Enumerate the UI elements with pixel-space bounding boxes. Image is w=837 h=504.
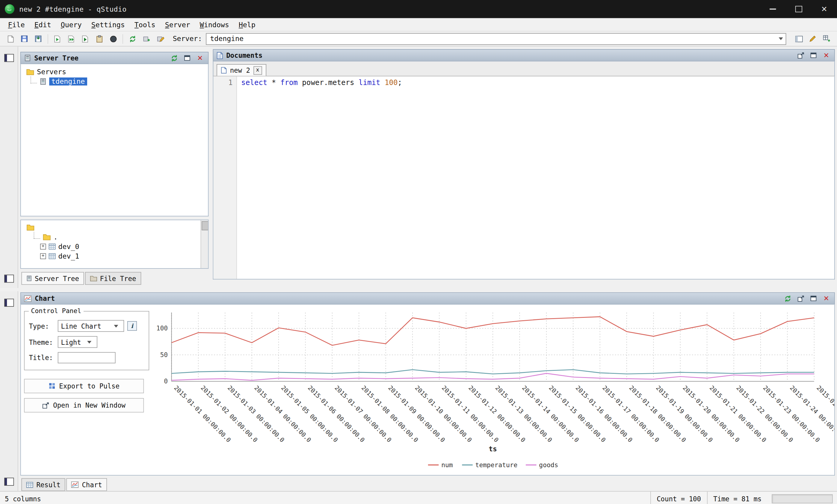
scrollbar-thumb[interactable] — [202, 221, 209, 230]
tab-file-tree[interactable]: File Tree — [85, 272, 141, 285]
sql-editor[interactable]: 1 select * from power.meters limit 100; — [213, 76, 835, 279]
maximize-panel-button[interactable] — [808, 51, 818, 60]
tree-scrollbar[interactable] — [200, 220, 208, 268]
svg-text:2015-01-06 00:00:00.0: 2015-01-06 00:00:00.0 — [306, 384, 366, 444]
close-panel-button[interactable]: ✕ — [195, 53, 205, 63]
svg-text:100: 100 — [156, 324, 168, 332]
new-document-button[interactable] — [4, 33, 17, 44]
sql-text: * — [267, 78, 280, 87]
code-line[interactable]: select * from power.meters limit 100; — [237, 76, 402, 279]
refresh-panel-button[interactable] — [170, 53, 179, 63]
svg-text:2015-01-16 00:00:00.0: 2015-01-16 00:00:00.0 — [574, 384, 634, 444]
info-icon[interactable]: i — [127, 321, 137, 331]
execute-line-button[interactable] — [51, 33, 65, 44]
tab-new-2[interactable]: new 2 x — [217, 64, 266, 76]
maximize-icon — [795, 6, 802, 12]
svg-text:2015-01-03 00:00:00.0: 2015-01-03 00:00:00.0 — [226, 384, 286, 444]
popout-panel-button[interactable] — [796, 51, 805, 60]
chart-title-input[interactable] — [58, 352, 115, 363]
svg-text:2015-01-17 00:00:00.0: 2015-01-17 00:00:00.0 — [601, 384, 661, 444]
documents-title: Documents — [226, 51, 263, 59]
edit-settings-button[interactable] — [806, 33, 819, 44]
tree-node-dev0[interactable]: dev_0 — [21, 242, 208, 251]
server-tree: Servers tdengine — [20, 64, 209, 217]
minimize-button[interactable] — [760, 0, 786, 18]
vertical-splitter[interactable] — [209, 46, 213, 288]
tree-node-dev1[interactable]: dev_1 — [21, 251, 208, 261]
line-number: 1 — [228, 78, 233, 87]
maximize-panel-button[interactable] — [182, 53, 192, 63]
dock-window-icon[interactable] — [4, 275, 14, 283]
export-to-pulse-button[interactable]: Export to Pulse — [24, 379, 144, 393]
execute-query-button[interactable] — [65, 33, 78, 44]
type-label: Type: — [29, 322, 55, 330]
refresh-panel-button[interactable] — [783, 294, 793, 303]
status-bar: 5 columns Count = 100 Time = 81 ms — [0, 491, 837, 504]
chevron-down-icon[interactable] — [776, 37, 785, 40]
save-button[interactable] — [18, 33, 31, 44]
horizontal-splitter[interactable] — [0, 288, 837, 291]
dock-window-icon[interactable] — [4, 299, 14, 307]
tree-node-label: dev_1 — [58, 252, 79, 260]
tab-server-tree[interactable]: Server Tree — [21, 272, 84, 285]
open-in-new-window-button[interactable]: Open in New Window — [24, 398, 144, 412]
tab-result[interactable]: Result — [21, 478, 65, 491]
export-file-button[interactable] — [32, 33, 45, 44]
qstudio-window: new 2 #tdengine - qStudio ✕ File Edit Qu… — [0, 0, 837, 504]
add-server-button[interactable] — [140, 33, 153, 44]
menu-file[interactable]: File — [3, 19, 30, 30]
close-panel-button[interactable]: ✕ — [821, 294, 831, 303]
svg-text:2015-01-05 00:00:00.0: 2015-01-05 00:00:00.0 — [280, 384, 339, 444]
tree-node-servers[interactable]: Servers — [21, 67, 208, 76]
maximize-button[interactable] — [786, 0, 812, 18]
chart-theme-select[interactable]: Light — [58, 336, 97, 348]
chart-control-panel: Control Panel Type: Line Chart i The — [21, 305, 149, 475]
panel-layout-button[interactable] — [792, 33, 805, 44]
menu-query[interactable]: Query — [56, 19, 87, 30]
stop-query-button[interactable] — [106, 33, 120, 44]
expand-icon[interactable] — [40, 243, 46, 249]
dock-window-icon[interactable] — [4, 54, 14, 62]
status-count: Count = 100 — [651, 491, 707, 504]
tab-chart[interactable]: Chart — [67, 478, 107, 491]
chart-icon — [71, 482, 79, 488]
export-grid-icon — [49, 382, 55, 389]
close-tab-button[interactable]: x — [253, 66, 262, 75]
execute-file-button[interactable] — [78, 33, 92, 44]
svg-text:2015-01-14 00:00:00.0: 2015-01-14 00:00:00.0 — [521, 384, 580, 444]
maximize-panel-button[interactable] — [808, 294, 818, 303]
server-combobox-value: tdengine — [210, 35, 244, 43]
server-combobox[interactable]: tdengine — [206, 33, 786, 44]
close-panel-button[interactable]: ✕ — [821, 51, 831, 60]
server-tree-title-bar: Server Tree ✕ — [20, 52, 209, 64]
refresh-server-button[interactable] — [126, 33, 139, 44]
menu-tools[interactable]: Tools — [130, 19, 160, 30]
menu-windows[interactable]: Windows — [195, 19, 234, 30]
theme-label: Theme: — [29, 338, 55, 346]
close-icon: ✕ — [821, 5, 827, 14]
status-columns: 5 columns — [0, 494, 41, 503]
svg-text:2015-01-15 00:00:00.0: 2015-01-15 00:00:00.0 — [547, 384, 607, 444]
dock-window-icon[interactable] — [4, 478, 14, 486]
menu-edit[interactable]: Edit — [30, 19, 56, 30]
menu-settings[interactable]: Settings — [87, 19, 130, 30]
chart-type-select[interactable]: Line Chart — [58, 320, 124, 332]
popout-icon — [797, 295, 804, 301]
bottom-area: Chart ✕ Control Panel Type: — [0, 291, 837, 491]
edit-server-button[interactable] — [154, 33, 167, 44]
tree-node-tdengine[interactable]: tdengine — [21, 76, 208, 86]
table-icon — [49, 253, 55, 259]
popout-panel-button[interactable] — [796, 294, 805, 303]
sql-text: ; — [398, 78, 402, 87]
menu-help[interactable]: Help — [234, 19, 260, 30]
menu-server[interactable]: Server — [160, 19, 195, 30]
tree-node-dot[interactable]: . — [21, 232, 208, 242]
chevron-down-icon — [85, 341, 94, 343]
expand-icon[interactable] — [40, 253, 46, 259]
close-button[interactable]: ✕ — [811, 0, 837, 18]
tree-node-root-folder[interactable] — [21, 222, 208, 232]
add-grid-button[interactable] — [820, 33, 833, 44]
documents-title-bar: Documents ✕ — [213, 49, 835, 61]
server-label: Server: — [173, 35, 202, 43]
copy-result-button[interactable] — [93, 33, 106, 44]
